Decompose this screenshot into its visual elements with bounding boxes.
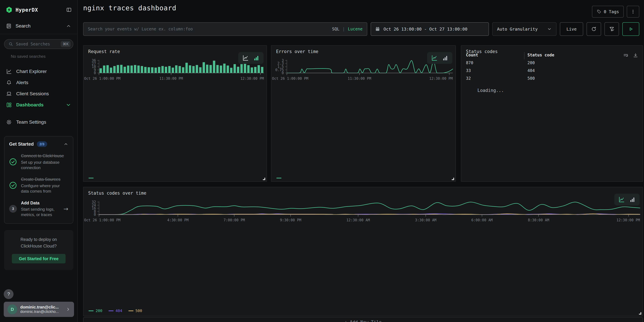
panel-title: Status codes over time (88, 190, 146, 196)
chart-line-icon (6, 68, 12, 74)
svg-text:Oct 26 1:00:00 PM: Oct 26 1:00:00 PM (272, 76, 308, 80)
time-range-picker[interactable]: Oct 26 13:00:00 - Oct 27 13:00:00 (371, 22, 489, 36)
panel-resize-handle[interactable] (263, 178, 265, 180)
query-toolbar: SQL | Lucene Oct 26 13:00:00 - Oct 27 13… (83, 22, 639, 36)
column-header-count[interactable]: Count (466, 53, 478, 58)
svg-text:8:30:00 AM: 8:30:00 AM (528, 218, 549, 222)
chevron-up-icon[interactable] (66, 23, 71, 29)
user-account-button[interactable]: D dominic.tran@clic... dominic.tran@clic… (4, 302, 74, 317)
bar-chart-icon[interactable] (629, 196, 636, 203)
sidebar-item-alerts[interactable]: Alerts (0, 77, 77, 88)
loading-text: Loading... (478, 88, 504, 93)
step-description: Start sending logs, metrics, or traces (21, 206, 60, 218)
tag-icon (597, 9, 602, 14)
column-resize-handle[interactable] (524, 52, 524, 59)
status-codes-panel: Status codes Count Status code 870 20033… (461, 45, 643, 182)
legend-swatch (108, 310, 114, 311)
svg-text:11:30:00 PM: 11:30:00 PM (348, 76, 371, 80)
get-started-title: Get Started (9, 142, 34, 147)
sidebar-item-dashboards[interactable]: Dashboards (0, 99, 77, 110)
chevron-down-icon (547, 27, 552, 32)
bell-icon (6, 80, 12, 86)
get-started-header[interactable]: Get Started 2/3 (9, 141, 68, 147)
status-codes-over-time-chart: 32241680Oct 26 1:00:00 PM4:30:00 PM7:00:… (84, 198, 643, 223)
search-icon (8, 42, 13, 46)
panel-resize-handle[interactable] (639, 312, 641, 314)
step-title: Add Data (21, 200, 40, 205)
legend-entry[interactable]: 500 (128, 309, 142, 313)
hyperdx-logo-icon (6, 6, 12, 13)
legend-entry[interactable]: 200 (88, 309, 102, 313)
svg-text:0: 0 (282, 71, 284, 75)
line-chart-icon[interactable] (242, 55, 249, 61)
refresh-icon (591, 26, 597, 32)
live-button[interactable]: Live (560, 22, 583, 36)
legend-swatch (276, 178, 282, 178)
saved-searches-field[interactable] (16, 42, 58, 46)
user-email: dominic.tran@clickho... (20, 310, 59, 314)
event-search-input[interactable]: SQL | Lucene (83, 22, 367, 36)
legend-swatch (88, 178, 94, 178)
wrap-lines-icon[interactable] (623, 53, 628, 58)
request-rate-panel: Request rate 36271890Oct 26 1:00:00 PM11… (83, 45, 267, 182)
filter-icon (609, 26, 614, 32)
sidebar-item-chart-explorer[interactable]: Chart Explorer (0, 66, 77, 77)
step-title: Connect to ClickHouse (21, 154, 64, 158)
chevron-right-icon (66, 307, 70, 312)
main-content: nginx traces dashboard 0 Tags SQL | Luce… (78, 0, 644, 322)
avatar: D (8, 304, 17, 314)
panel-title: Request rate (88, 49, 120, 54)
filter-button[interactable] (604, 22, 619, 36)
legend-swatch (128, 310, 134, 311)
gear-icon (6, 119, 12, 125)
saved-searches-input[interactable]: ⌘K (4, 39, 73, 49)
play-icon (628, 26, 634, 32)
sidebar-item-search[interactable]: Search (0, 18, 77, 34)
bar-chart-icon[interactable] (253, 55, 260, 61)
refresh-button[interactable] (586, 22, 601, 36)
line-chart-icon[interactable] (618, 196, 625, 203)
column-header-status-code[interactable]: Status code (528, 53, 554, 58)
run-query-button[interactable] (622, 22, 639, 36)
help-button[interactable]: ? (4, 289, 14, 299)
sidebar-item-label: Team Settings (16, 120, 46, 125)
event-search-field[interactable] (88, 27, 329, 32)
tags-button[interactable]: 0 Tags (592, 6, 624, 18)
sidebar-item-client-sessions[interactable]: Client Sessions (0, 88, 77, 99)
app-title: HyperDX (16, 7, 66, 13)
legend-entry[interactable] (276, 178, 282, 178)
svg-text:12:30:00 AM: 12:30:00 AM (346, 218, 370, 222)
svg-text:9:30:00 PM: 9:30:00 PM (280, 218, 301, 222)
sidebar-collapse-icon[interactable] (66, 7, 72, 12)
laptop-icon (6, 91, 12, 97)
dashboard-menu-button[interactable] (627, 6, 639, 18)
count-cell: 32 (466, 76, 471, 81)
download-icon[interactable] (633, 53, 638, 58)
svg-text:4:30:00 PM: 4:30:00 PM (167, 218, 188, 222)
get-started-free-button[interactable]: Get Started for Free (12, 254, 66, 264)
svg-text:Oct 26 1:00:00 PM: Oct 26 1:00:00 PM (84, 218, 120, 222)
sidebar-nav: Chart Explorer Alerts Client Sessions Da… (0, 66, 77, 128)
svg-text:Oct 26 1:00:00 PM: Oct 26 1:00:00 PM (84, 76, 120, 80)
check-circle-icon (9, 158, 17, 166)
svg-text:12:30:00 PM: 12:30:00 PM (429, 76, 453, 80)
errors-over-time-panel: Errors over time 32.31.50.750Oct 26 1:00… (271, 45, 456, 182)
add-new-tile-button[interactable]: + Add New Tile (83, 317, 643, 322)
sql-toggle[interactable]: SQL (332, 27, 339, 32)
panel-title: Errors over time (276, 49, 318, 54)
get-started-step-3[interactable]: 3 Add Data Start sending logs, metrics, … (9, 200, 68, 218)
sidebar-item-label: Alerts (16, 80, 28, 85)
bar-chart-icon[interactable] (442, 55, 448, 61)
panel-resize-handle[interactable] (452, 178, 454, 180)
lucene-toggle[interactable]: Lucene (348, 27, 362, 32)
clickhouse-cloud-card: Ready to deploy on ClickHouse Cloud? Get… (4, 230, 73, 270)
sidebar-item-team-settings[interactable]: Team Settings (0, 116, 77, 128)
legend-label: 200 (96, 309, 102, 313)
user-name: dominic.tran@clic... (20, 305, 58, 309)
legend-entry[interactable] (88, 178, 94, 178)
arrow-right-icon[interactable]: → (64, 206, 68, 212)
granularity-select[interactable]: Auto Granularity (492, 22, 556, 36)
chevron-up-icon[interactable] (64, 142, 68, 146)
line-chart-icon[interactable] (431, 55, 438, 61)
legend-entry[interactable]: 404 (108, 309, 122, 313)
